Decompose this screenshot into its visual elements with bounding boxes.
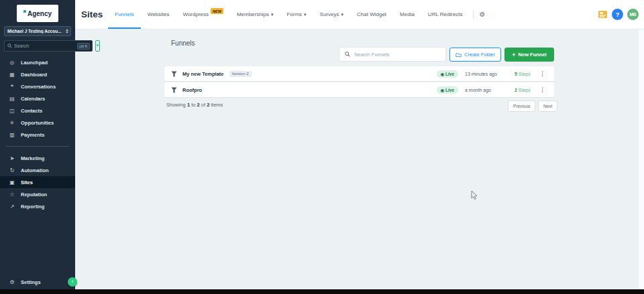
sidebar-search-box[interactable]: ctrl K xyxy=(4,40,93,52)
sidebar-item-automation[interactable]: ↻ Automation xyxy=(0,164,75,176)
logo-text: Agency xyxy=(28,10,52,17)
folder-icon xyxy=(455,52,462,58)
marketing-icon: ➤ xyxy=(9,155,15,161)
funnels-heading: Funnels xyxy=(171,40,195,47)
tab-memberships[interactable]: Memberships ▾ xyxy=(230,0,280,29)
logo-mark-icon xyxy=(23,10,26,13)
sidebar-item-conversations[interactable]: ❝ Conversations xyxy=(0,80,75,92)
opportunities-icon: ✳ xyxy=(9,120,15,126)
quick-add-button[interactable]: + xyxy=(95,40,101,52)
plus-icon: + xyxy=(512,52,515,58)
updated-time: a month ago xyxy=(465,88,515,92)
sidebar-item-marketing[interactable]: ➤ Marketing xyxy=(0,152,75,164)
sidebar-item-dashboard[interactable]: ▦ Dashboard xyxy=(0,68,75,80)
previous-button[interactable]: Previous xyxy=(508,100,535,112)
version-badge: Version 2 xyxy=(229,71,252,77)
sidebar-item-opportunities[interactable]: ✳ Opportunities xyxy=(0,117,75,129)
sidebar: Agency Michael J Testing Accou... ctrl K… xyxy=(0,0,75,294)
sidebar-nav: ◎ Launchpad ▦ Dashboard ❝ Conversations … xyxy=(0,56,75,212)
tab-funnels[interactable]: Funnels xyxy=(108,0,140,29)
main-content: Funnels Create Folder + New Funnel My ne… xyxy=(75,29,639,289)
topbar: Sites Funnels Websites Wordpress NEW Mem… xyxy=(75,0,644,29)
funnel-row[interactable]: Roofpro ◉ Live a month ago 2 Steps ⋮ xyxy=(164,82,554,97)
topbar-tabs: Funnels Websites Wordpress NEW Membershi… xyxy=(108,0,469,29)
user-avatar[interactable]: MB xyxy=(627,9,639,20)
sidebar-item-launchpad[interactable]: ◎ Launchpad xyxy=(0,56,75,68)
funnel-icon xyxy=(171,71,177,77)
row-menu-icon[interactable]: ⋮ xyxy=(537,86,547,93)
new-badge: NEW xyxy=(211,8,223,14)
payments-icon: ▥ xyxy=(9,132,15,138)
funnel-row[interactable]: My new Template Version 2 ◉ Live 13 minu… xyxy=(164,66,554,81)
sidebar-item-settings[interactable]: ⚙ Settings xyxy=(0,276,75,288)
funnel-icon xyxy=(171,87,177,93)
chevron-down-icon: ▾ xyxy=(304,12,307,17)
updated-time: 13 minutes ago xyxy=(465,72,515,76)
sites-icon: ▣ xyxy=(9,179,15,186)
sidebar-item-reputation[interactable]: ☆ Reputation xyxy=(0,188,75,200)
contacts-icon: ◫ xyxy=(9,108,15,114)
live-dot-icon: ◉ xyxy=(441,88,444,92)
automation-icon: ↻ xyxy=(9,167,15,173)
tab-url-redirects[interactable]: URL Redirects xyxy=(421,0,470,29)
page-title: Sites xyxy=(81,9,103,19)
shortcut-badge: ctrl K xyxy=(77,43,90,50)
steps-link[interactable]: 2 Steps xyxy=(515,88,537,92)
row-menu-icon[interactable]: ⋮ xyxy=(537,70,547,77)
steps-link[interactable]: 5 Steps xyxy=(515,72,537,76)
live-dot-icon: ◉ xyxy=(441,72,444,76)
status-badge: ◉ Live xyxy=(437,86,458,94)
sidebar-item-contacts[interactable]: ◫ Contacts xyxy=(0,104,75,117)
funnels-search-input[interactable] xyxy=(354,52,440,58)
chevron-updown-icon xyxy=(66,29,68,33)
status-badge: ◉ Live xyxy=(437,70,458,78)
account-name: Michael J Testing Accou... xyxy=(7,29,64,33)
tab-wordpress[interactable]: Wordpress NEW xyxy=(176,0,230,29)
chevron-down-icon: ▾ xyxy=(271,12,274,17)
whats-new-icon[interactable] xyxy=(598,10,608,19)
funnel-name: Roofpro xyxy=(182,87,202,93)
tab-websites[interactable]: Websites xyxy=(141,0,176,29)
funnel-name: My new Template xyxy=(182,71,224,77)
tab-media[interactable]: Media xyxy=(393,0,421,29)
agency-logo: Agency xyxy=(17,5,58,22)
mouse-cursor xyxy=(471,191,479,200)
sidebar-item-sites[interactable]: ▣ Sites xyxy=(0,176,75,188)
search-icon xyxy=(345,52,350,57)
right-edge-strip xyxy=(639,29,644,289)
sites-settings-gear-icon[interactable]: ⚙ xyxy=(477,11,488,18)
account-switcher[interactable]: Michael J Testing Accou... xyxy=(4,26,71,36)
sidebar-item-payments[interactable]: ▥ Payments xyxy=(0,129,75,141)
new-funnel-button[interactable]: + New Funnel xyxy=(504,48,554,62)
search-icon xyxy=(7,44,12,48)
tab-chat-widget[interactable]: Chat Widget xyxy=(350,0,393,29)
pagination-summary: Showing 1 to 2 of 2 items xyxy=(166,102,223,108)
star-icon: ☆ xyxy=(9,192,15,198)
calendar-icon: ▤ xyxy=(9,96,15,102)
bottom-bar xyxy=(0,289,644,294)
launchpad-icon: ◎ xyxy=(9,60,15,66)
dashboard-icon: ▦ xyxy=(9,72,15,78)
help-button[interactable]: ? xyxy=(612,9,623,20)
reporting-icon: ↗ xyxy=(9,204,15,210)
next-button[interactable]: Next xyxy=(538,100,557,112)
funnels-search-box[interactable] xyxy=(339,47,446,62)
tab-surveys[interactable]: Surveys ▾ xyxy=(313,0,350,29)
gear-icon: ⚙ xyxy=(9,279,15,285)
chevron-down-icon: ▾ xyxy=(341,12,344,17)
sidebar-item-reporting[interactable]: ↗ Reporting xyxy=(0,200,75,212)
sidebar-item-calendars[interactable]: ▤ Calendars xyxy=(0,92,75,104)
tab-separator xyxy=(473,10,474,19)
sidebar-search-input[interactable] xyxy=(14,44,75,48)
chat-icon: ❝ xyxy=(9,84,15,90)
sidebar-divider xyxy=(6,146,69,147)
tab-forms[interactable]: Forms ▾ xyxy=(280,0,313,29)
sidebar-collapse-button[interactable]: ‹ xyxy=(68,277,77,287)
create-folder-button[interactable]: Create Folder xyxy=(449,48,501,62)
